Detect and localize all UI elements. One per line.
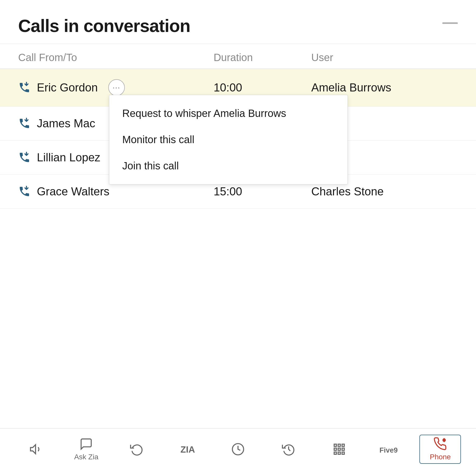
table-body: Eric Gordon ··· 10:00 Amelia Burrows Req… [0, 69, 476, 428]
clock-icon [231, 442, 245, 456]
svg-rect-3 [338, 444, 340, 447]
phone-incoming-icon [18, 81, 31, 94]
col-header-duration: Duration [214, 52, 311, 63]
megaphone-icon [29, 442, 42, 456]
toolbar-item-megaphone[interactable] [15, 442, 56, 456]
contact-name: James Mac [37, 117, 95, 130]
col-header-user: User [311, 52, 458, 63]
context-menu: Request to whisper Amelia Burrows Monito… [109, 95, 348, 184]
contact-name: Grace Walters [37, 185, 110, 198]
table-row: Eric Gordon ··· 10:00 Amelia Burrows Req… [0, 69, 476, 107]
zia-icon: ZIA [179, 442, 196, 456]
toolbar-item-grid[interactable] [318, 442, 360, 456]
toolbar-item-history[interactable] [268, 442, 309, 456]
svg-rect-5 [334, 448, 336, 451]
toolbar-item-refresh[interactable] [116, 442, 158, 456]
grid-icon [332, 442, 346, 456]
menu-item-whisper[interactable]: Request to whisper Amelia Burrows [109, 100, 348, 127]
history-icon [282, 442, 295, 456]
row-duration-cell: 10:00 [214, 81, 311, 94]
header: Calls in conversation [0, 0, 476, 44]
svg-rect-2 [334, 444, 336, 447]
ask-zia-icon [79, 437, 93, 451]
toolbar-item-ask-zia[interactable]: Ask Zia [65, 437, 107, 461]
contact-name: Eric Gordon [37, 81, 98, 94]
svg-rect-6 [338, 448, 340, 451]
menu-item-join[interactable]: Join this call [109, 153, 348, 179]
phone-incoming-icon [18, 185, 31, 198]
minimize-button[interactable] [442, 22, 458, 24]
menu-item-monitor[interactable]: Monitor this call [109, 127, 348, 153]
svg-text:Five9: Five9 [379, 446, 398, 454]
svg-rect-9 [338, 452, 340, 454]
phone-incoming-icon [18, 151, 31, 164]
svg-rect-10 [342, 452, 344, 454]
main-container: Calls in conversation Call From/To Durat… [0, 0, 476, 470]
row-duration-cell: 15:00 [214, 185, 311, 198]
page-title: Calls in conversation [18, 16, 190, 36]
phone-icon [433, 437, 447, 451]
row-name-cell: Eric Gordon ··· [18, 79, 214, 96]
ask-zia-label: Ask Zia [74, 453, 98, 461]
ellipsis-icon: ··· [113, 83, 120, 92]
phone-incoming-icon [18, 117, 31, 130]
svg-rect-8 [334, 452, 336, 454]
table-header: Call From/To Duration User [0, 44, 476, 69]
row-user-cell: Amelia Burrows [311, 81, 458, 94]
toolbar-item-phone[interactable]: Phone [419, 435, 461, 464]
svg-rect-4 [342, 444, 344, 447]
row-name-cell: Grace Walters [18, 185, 214, 198]
phone-label: Phone [430, 453, 451, 461]
toolbar-item-zia[interactable]: ZIA [167, 442, 208, 456]
svg-rect-7 [342, 448, 344, 451]
toolbar-item-five9[interactable]: Five9 [369, 442, 411, 456]
col-header-from-to: Call From/To [18, 52, 214, 63]
contact-name: Lillian Lopez [37, 151, 100, 164]
refresh-icon [130, 442, 144, 456]
five9-icon: Five9 [379, 442, 400, 456]
svg-text:ZIA: ZIA [180, 445, 195, 454]
more-options-button[interactable]: ··· [108, 79, 125, 96]
bottom-toolbar: Ask Zia ZIA [0, 428, 476, 470]
toolbar-item-clock[interactable] [217, 442, 259, 456]
row-user-cell: Charles Stone [311, 185, 458, 198]
